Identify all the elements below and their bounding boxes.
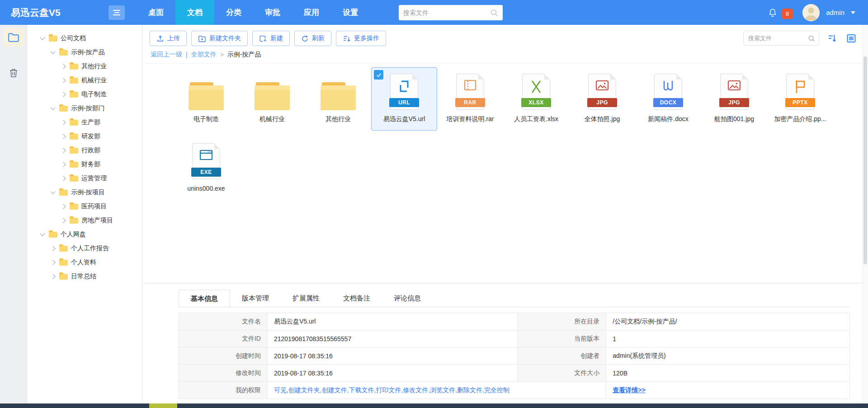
tree-item[interactable]: 示例-按产品 — [27, 45, 142, 59]
chevron-down-icon[interactable] — [50, 189, 55, 194]
chevron-right-icon[interactable] — [61, 176, 66, 181]
chevron-down-icon[interactable] — [40, 35, 45, 40]
tree-item[interactable]: 财务部 — [27, 157, 142, 171]
file-item[interactable]: RAR 培训资料说明.rar — [437, 67, 503, 131]
file-search — [743, 31, 819, 46]
search-icon[interactable] — [808, 35, 815, 42]
notifications-button[interactable] — [767, 7, 778, 19]
search-icon[interactable] — [490, 9, 498, 17]
tab-version-management[interactable]: 版本管理 — [230, 290, 281, 307]
field-label: 创建者 — [518, 347, 606, 365]
new-button[interactable]: 新建 — [252, 31, 290, 46]
tree-item[interactable]: 个人工作报告 — [27, 241, 142, 255]
image-symbol — [594, 79, 610, 92]
tree-item[interactable]: 机械行业 — [27, 73, 142, 87]
chevron-right-icon[interactable] — [50, 274, 55, 279]
username-dropdown[interactable]: admin — [826, 9, 844, 16]
url-symbol — [397, 79, 411, 94]
nav-apps[interactable]: 应用 — [292, 0, 331, 25]
chevron-right-icon[interactable] — [61, 218, 66, 223]
tree-item[interactable]: 个人资料 — [27, 255, 142, 269]
file-item-folder[interactable]: 机械行业 — [239, 67, 305, 131]
checkbox-checked[interactable] — [374, 70, 383, 80]
tab-comments[interactable]: 评论信息 — [382, 290, 433, 307]
nav-documents[interactable]: 文档 — [175, 0, 214, 25]
hamburger-icon — [113, 10, 120, 11]
upload-button[interactable]: 上传 — [150, 31, 187, 46]
sort-toggle-button[interactable] — [826, 33, 838, 44]
field-label: 创建时间 — [179, 347, 268, 365]
folder-icon — [59, 190, 68, 196]
folder-icon — [70, 176, 78, 182]
avatar[interactable] — [802, 4, 820, 21]
upload-icon — [156, 35, 164, 42]
nav-desktop[interactable]: 桌面 — [137, 0, 175, 25]
file-item-folder[interactable]: 电子制造 — [173, 67, 239, 131]
file-item[interactable]: JPG 全体拍照.jpg — [569, 67, 635, 131]
chevron-right-icon[interactable] — [61, 134, 66, 139]
chevron-right-icon[interactable] — [50, 260, 55, 265]
refresh-button[interactable]: 刷新 — [294, 31, 331, 46]
nav-settings[interactable]: 设置 — [331, 0, 370, 25]
chevron-down-icon[interactable] — [50, 49, 55, 54]
file-item[interactable]: DOCX 新闻稿件.docx — [635, 67, 701, 131]
tree-item[interactable]: 公司文档 — [27, 31, 142, 45]
new-folder-button[interactable]: 新建文件夹 — [191, 31, 248, 46]
tree-item[interactable]: 日常总结 — [27, 269, 142, 283]
tab-extended-attributes[interactable]: 扩展属性 — [281, 290, 331, 307]
nav-approval[interactable]: 审批 — [253, 0, 292, 25]
menu-toggle-button[interactable] — [108, 5, 125, 20]
chevron-down-icon[interactable] — [40, 231, 45, 236]
table-row: 修改时间 2019-08-17 08:35:16 文件大小 120B — [179, 365, 850, 382]
field-value: 2019-08-17 08:35:16 — [267, 347, 518, 365]
app-title: 易迅云盘V5 — [0, 6, 108, 19]
chevron-right-icon[interactable] — [61, 204, 66, 209]
rail-documents-item[interactable] — [3, 28, 24, 47]
file-item[interactable]: PPTX 加密产品介绍.pp... — [767, 67, 833, 131]
chevron-right-icon[interactable] — [61, 162, 66, 167]
scrollbar-track[interactable] — [863, 25, 868, 403]
rail-recycle-item[interactable] — [3, 64, 24, 82]
tree-item[interactable]: 运营管理 — [27, 171, 142, 185]
tree-item[interactable]: 行政部 — [27, 143, 142, 157]
breadcrumb-back-link[interactable]: 返回上一级 — [151, 51, 182, 59]
tree-item[interactable]: 医药项目 — [27, 199, 142, 213]
tree-item[interactable]: 示例-按部门 — [27, 101, 142, 115]
file-search-input[interactable] — [748, 35, 808, 42]
file-item-folder[interactable]: 其他行业 — [305, 67, 371, 131]
tab-document-notes[interactable]: 文档备注 — [331, 290, 382, 307]
tree-item[interactable]: 个人网盘 — [27, 227, 142, 241]
chevron-right-icon[interactable] — [61, 64, 66, 69]
tree-item[interactable]: 房地产项目 — [27, 213, 142, 227]
field-value: 易迅云盘V5.url — [267, 313, 518, 330]
folder-icon — [70, 148, 78, 154]
view-details-link[interactable]: 查看详情>> — [613, 386, 645, 394]
file-area: 电子制造 机械行业 其他行业 — [142, 64, 868, 283]
more-actions-button[interactable]: 更多操作 — [336, 31, 386, 46]
breadcrumb-root-link[interactable]: 全部文件 — [191, 51, 217, 59]
file-item-selected[interactable]: URL 易迅云盘V5.url — [371, 67, 437, 131]
chevron-down-icon[interactable] — [50, 105, 55, 110]
tree-item[interactable]: 生产部 — [27, 115, 142, 129]
tab-basic-info[interactable]: 基本信息 — [179, 290, 230, 307]
tree-item[interactable]: 示例-按项目 — [27, 185, 142, 199]
caret-down-icon — [851, 11, 855, 14]
chevron-right-icon[interactable] — [50, 246, 55, 251]
list-view-button[interactable] — [845, 33, 857, 44]
file-item[interactable]: JPG 航拍图001.jpg — [701, 67, 767, 131]
tree-item[interactable]: 电子制造 — [27, 87, 142, 101]
file-item[interactable]: EXE unins000.exe — [173, 137, 239, 200]
file-item[interactable]: XLSX 人员工资表.xlsx — [503, 67, 569, 131]
chevron-right-icon[interactable] — [61, 148, 66, 153]
chevron-right-icon[interactable] — [61, 120, 66, 125]
nav-categories[interactable]: 分类 — [214, 0, 253, 25]
header-search-input[interactable] — [403, 9, 490, 16]
chevron-right-icon[interactable] — [61, 92, 66, 97]
scrollbar-thumb[interactable] — [863, 56, 867, 264]
detail-tabs: 基本信息 版本管理 扩展属性 文档备注 评论信息 — [179, 290, 850, 307]
tree-item[interactable]: 其他行业 — [27, 59, 142, 73]
tree-item[interactable]: 研发部 — [27, 129, 142, 143]
chevron-right-icon[interactable] — [61, 78, 66, 83]
breadcrumb-arrow: > — [220, 51, 224, 58]
pptx-file-icon: PPTX — [786, 74, 814, 110]
